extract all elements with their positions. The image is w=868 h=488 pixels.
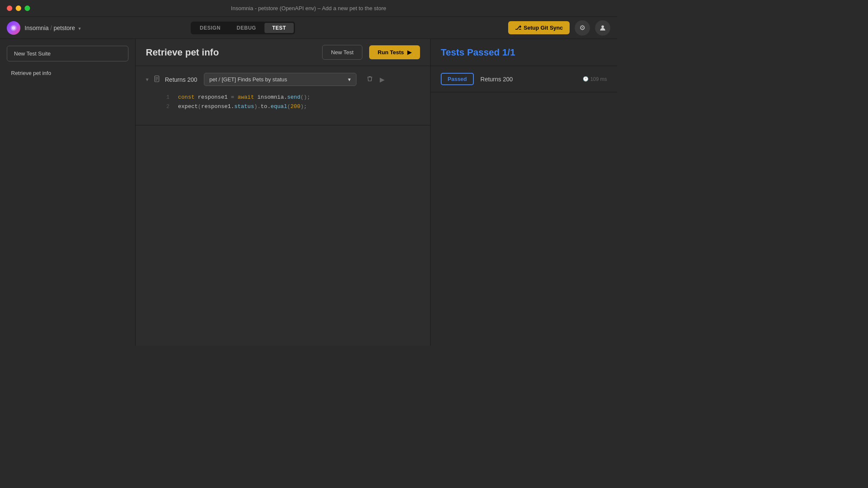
new-test-suite-button[interactable]: New Test Suite [7,46,128,61]
result-time: 🕐 109 ms [583,76,607,82]
test-item-header: ▾ Returns 200 pet / [GET] Finds Pets by … [146,73,420,86]
tab-debug[interactable]: DEBUG [229,23,264,33]
main-content: Retrieve pet info New Test Run Tests ▶ ▾ [136,39,431,346]
app-body: New Test Suite Retrieve pet info Retriev… [0,39,617,346]
app-name: Insomnia / petstore ▾ [25,25,81,31]
window-title: Insomnia - petstore (OpenAPI env) – Add … [231,5,386,11]
settings-button[interactable]: ⚙ [575,20,590,36]
tab-test[interactable]: TEST [264,23,294,33]
svg-point-2 [601,25,604,28]
tab-design[interactable]: DESIGN [192,23,228,33]
traffic-lights [7,6,30,11]
project-name: petstore [53,25,75,31]
sidebar: New Test Suite Retrieve pet info [0,39,136,346]
logo-area[interactable]: Insomnia / petstore ▾ [7,21,81,35]
test-item: ▾ Returns 200 pet / [GET] Finds Pets by … [136,66,430,125]
git-sync-button[interactable]: ⎇ Setup Git Sync [508,21,570,34]
document-icon [154,75,160,83]
project-dropdown-arrow[interactable]: ▾ [78,26,81,31]
results-panel: Tests Passed 1/1 Passed Returns 200 🕐 10… [431,39,617,346]
close-button[interactable] [7,6,12,11]
user-button[interactable] [595,20,610,36]
git-icon: ⎇ [515,25,521,31]
request-selector[interactable]: pet / [GET] Finds Pets by status ▾ [204,73,356,86]
run-icon: ▶ [407,49,412,55]
run-test-icon[interactable]: ▶ [380,76,385,83]
header: Insomnia / petstore ▾ DESIGN DEBUG TEST … [0,17,617,39]
result-item: Passed Returns 200 🕐 109 ms [431,66,617,92]
chevron-down-icon[interactable]: ▾ [146,76,149,83]
clock-icon: 🕐 [583,76,589,82]
result-name: Returns 200 [481,76,576,83]
tests-passed-title: Tests Passed 1/1 [441,47,515,58]
delete-icon[interactable] [367,75,373,83]
svg-point-1 [12,26,15,30]
nav-tabs: DESIGN DEBUG TEST [191,22,295,34]
main-header: Retrieve pet info New Test Run Tests ▶ [136,39,430,66]
titlebar: Insomnia - petstore (OpenAPI env) – Add … [0,0,617,17]
action-icons: ▶ [367,75,385,83]
sidebar-item-retrieve-pet-info[interactable]: Retrieve pet info [7,67,128,80]
code-line-2: 2 expect(response1.status).to.equal(200)… [163,102,410,111]
selector-chevron-icon: ▾ [348,76,351,83]
run-tests-button[interactable]: Run Tests ▶ [369,45,420,59]
header-right: ⎇ Setup Git Sync ⚙ [508,20,610,36]
code-block: 1 const response1 = await insomnia.send(… [146,86,420,118]
test-name: Returns 200 [165,76,199,83]
results-header: Tests Passed 1/1 [431,39,617,66]
app-logo [7,21,20,35]
code-line-1: 1 const response1 = await insomnia.send(… [163,93,410,102]
passed-badge: Passed [441,73,474,85]
new-test-button[interactable]: New Test [322,45,362,60]
minimize-button[interactable] [16,6,21,11]
suite-title: Retrieve pet info [146,47,315,58]
maximize-button[interactable] [25,6,30,11]
